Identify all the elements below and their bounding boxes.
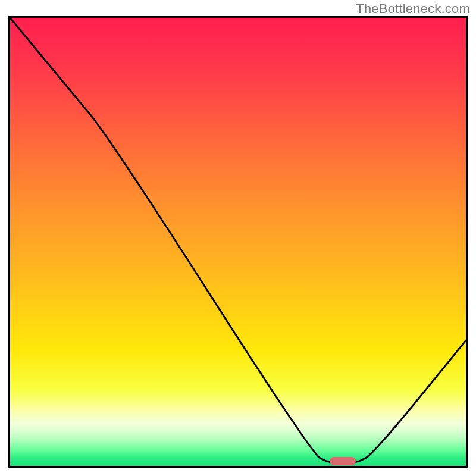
bottleneck-curve-path: [10, 18, 466, 464]
chart-stage: TheBottleneck.com: [0, 0, 476, 476]
plot-frame: [8, 16, 468, 468]
bottleneck-curve: [10, 18, 466, 466]
optimal-marker: [330, 457, 356, 465]
watermark-text: TheBottleneck.com: [356, 1, 470, 17]
